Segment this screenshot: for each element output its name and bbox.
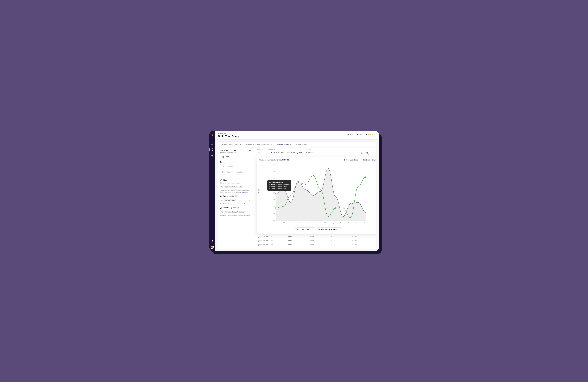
axis-a-badge: A — [235, 195, 237, 197]
read-more-link[interactable]: Read More — [242, 191, 248, 193]
legend-bar: Cost (N) - Total⌄ Grid (kWh)- Energy Pro… — [257, 226, 376, 233]
status-bar: 61/ 65 52/ 65 8 20 32 — [345, 133, 376, 137]
chevron-down-icon: ⌄ — [249, 211, 250, 213]
svg-point-66 — [313, 195, 314, 196]
svg-point-54 — [320, 189, 321, 190]
tab-generator-troubleshooting[interactable]: GENERATOR TROUBLESHOOTING✕ — [243, 142, 274, 147]
axis-b-badge: B — [237, 207, 239, 209]
axis-icon — [220, 207, 222, 209]
svg-point-60 — [365, 177, 366, 177]
timezone-select[interactable]: Time Zone: Africa / Kinshasa GMT +01:00⌄ — [259, 159, 294, 161]
sidebar-item-bell[interactable] — [209, 238, 215, 244]
svg-point-63 — [290, 202, 291, 203]
legend-b-select[interactable]: Grid (kWh)- Energy Pro...⌃ — [317, 227, 342, 231]
arrow-right-icon: → — [285, 152, 287, 154]
breadcrumb[interactable]: Analysis — [218, 133, 239, 134]
sites-helper: Select one (1) site for many metrics or … — [220, 190, 252, 193]
secondary-axis-title: Secondary Axis B — [220, 207, 252, 209]
sidebar: HR — [209, 131, 215, 251]
remove-chip-icon[interactable]: ✕ — [234, 199, 235, 201]
svg-text:May: May — [307, 222, 310, 224]
svg-rect-22 — [367, 152, 368, 153]
chevron-down-icon: ⌄ — [249, 199, 250, 201]
query-name-input[interactable] — [220, 164, 252, 169]
read-more-link[interactable]: Read More — [244, 215, 250, 216]
page-title: Build Your Query — [218, 135, 239, 138]
viz-type-select[interactable]: Chart ⌄ — [220, 155, 252, 159]
svg-text:45: 45 — [273, 171, 275, 172]
sites-select[interactable]: Naija Food Stores✕ +1✕ ⌄ — [220, 185, 252, 189]
svg-point-24 — [361, 160, 361, 160]
header: Analysis Build Your Query 61/ 65 52/ 65 … — [215, 131, 379, 140]
list-view-button[interactable] — [370, 151, 374, 155]
primary-axis-select[interactable]: Total (N) - Cost✕ ⌄ — [220, 198, 252, 202]
svg-text:Jan: Jan — [275, 222, 277, 224]
secondary-chip: Grid (kWh) - Energy Production✕ — [224, 211, 246, 213]
svg-text:Jun: Jun — [315, 222, 318, 224]
svg-text:10: 10 — [273, 220, 275, 221]
bell-icon — [366, 134, 368, 136]
svg-point-11 — [222, 186, 223, 187]
chevron-down-icon: ⌄ — [312, 229, 314, 230]
close-icon[interactable]: ✕ — [240, 144, 241, 145]
legend-a-select[interactable]: Cost (N) - Total⌄ — [295, 227, 315, 231]
query-desc-input[interactable] — [220, 170, 252, 177]
new-query-button[interactable]: ＋NEW QUERY — [294, 142, 309, 147]
sidebar-item-dashboard[interactable] — [209, 140, 215, 147]
eye-icon — [343, 159, 346, 161]
svg-rect-3 — [212, 144, 213, 144]
remove-chip-icon[interactable]: ✕ — [236, 186, 237, 188]
svg-text:Oct: Oct — [348, 222, 350, 224]
period-select[interactable]: Today⌄ — [256, 151, 267, 155]
close-icon[interactable]: ✕ — [271, 144, 272, 145]
y-axis-left-badge: ₦ A — [257, 189, 260, 194]
secondary-axis-select[interactable]: Grid (kWh) - Energy Production✕ ⌄ — [220, 210, 252, 214]
svg-text:25: 25 — [273, 199, 275, 200]
svg-point-49 — [283, 206, 284, 207]
customize-graphs-button[interactable]: Customize Graphs — [360, 159, 376, 161]
tab-energy-production[interactable]: ENERGY PRODUCTION✕ — [220, 142, 243, 147]
time-range-select[interactable]: 1:15 PM 03 Aug 2021 → 1:15 PM 03 Aug 202… — [268, 151, 303, 155]
svg-point-58 — [350, 217, 351, 218]
svg-text:Nov: Nov — [356, 222, 358, 224]
download-button[interactable] — [360, 151, 364, 155]
avatar[interactable]: HR — [210, 246, 214, 249]
svg-point-67 — [320, 191, 321, 191]
svg-rect-0 — [211, 143, 212, 143]
chart-view-button[interactable] — [365, 151, 369, 155]
sidebar-item-settings[interactable] — [209, 153, 215, 159]
remove-chip-icon[interactable]: ✕ — [244, 211, 245, 213]
secondary-helper: Select only 1 Unit type per axis. Not cl… — [220, 215, 252, 217]
svg-point-23 — [344, 160, 345, 160]
remove-chip-icon[interactable]: ✕ — [241, 186, 243, 188]
svg-point-19 — [222, 211, 223, 212]
chevron-down-icon: ⌄ — [315, 152, 316, 154]
viz-hint: Select the visualization type — [220, 152, 252, 153]
table-row: September 8, 2021 - 10:11614.99614.99614… — [256, 235, 373, 239]
show-gridlines-button[interactable]: Show gridlines — [343, 159, 358, 161]
svg-point-70 — [343, 216, 344, 217]
close-icon[interactable]: ✕ — [290, 144, 292, 145]
group-select[interactable]: 15 Minutes⌄ — [305, 151, 317, 155]
svg-text:Feb: Feb — [283, 222, 285, 224]
chart-tooltip: Oct 7, 2021. 12:00 AM Energy Production … — [267, 180, 291, 191]
svg-point-48 — [275, 208, 276, 208]
svg-rect-9 — [221, 180, 221, 181]
svg-point-5 — [348, 135, 349, 135]
svg-text:30: 30 — [273, 192, 275, 193]
sidebar-item-analysis[interactable] — [209, 147, 215, 153]
bolt-icon — [357, 134, 358, 136]
svg-point-73 — [365, 212, 366, 213]
svg-point-4 — [212, 155, 213, 156]
tabs: ENERGY PRODUCTION✕ GENERATOR TROUBLESHOO… — [218, 142, 376, 148]
read-more-link[interactable]: Read More — [244, 203, 250, 205]
search-icon — [221, 186, 223, 188]
svg-point-59 — [358, 187, 358, 187]
svg-text:50: 50 — [273, 164, 275, 165]
collapse-panel-button[interactable] — [249, 150, 252, 152]
chevron-down-icon: ⌄ — [249, 156, 250, 158]
tab-unnamed-query[interactable]: UNNAMED QUERY✕ — [274, 142, 294, 147]
chart-icon — [222, 156, 224, 158]
svg-text:40: 40 — [273, 178, 275, 179]
site-chip: Naija Food Stores✕ — [224, 186, 238, 188]
